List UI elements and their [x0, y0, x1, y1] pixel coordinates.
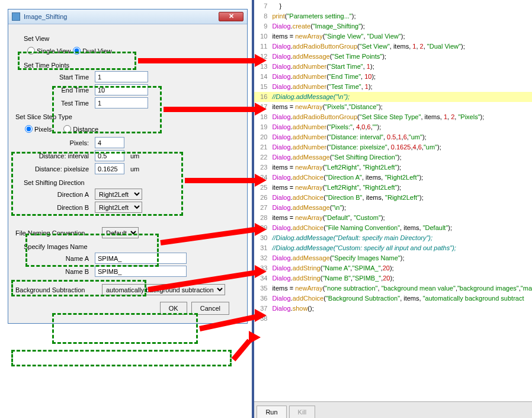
close-button[interactable]: ✕ [219, 12, 243, 21]
code-line-29[interactable]: 29Dialog.addChoice("File Naming Conventi… [254, 223, 532, 233]
direction-b-label: Direction B [20, 204, 91, 211]
line-number: 36 [254, 293, 272, 304]
code-line-26[interactable]: 26Dialog.addChoice("Direction B", items,… [254, 193, 532, 203]
code-line-9[interactable]: 9Dialog.create("Image_Shifting"); [254, 21, 532, 31]
code-editor[interactable]: 7 }8print("Parameters setting...");9Dial… [254, 0, 532, 401]
name-a-input[interactable] [95, 253, 187, 264]
code-line-20[interactable]: 20Dialog.addNumber("Distance: interval",… [254, 132, 532, 142]
code-line-13[interactable]: 13Dialog.addNumber("Start Time", 1); [254, 62, 532, 72]
code-line-8[interactable]: 8print("Parameters setting..."); [254, 11, 532, 21]
single-view-radio[interactable]: Single View [27, 47, 70, 55]
run-tab[interactable]: Run [257, 406, 286, 418]
line-number: 14 [254, 72, 272, 82]
code-line-15[interactable]: 15Dialog.addNumber("Test Time", 1); [254, 82, 532, 92]
distance-interval-label: Distance: interval [20, 152, 91, 159]
highlight-bg-sub [11, 350, 232, 366]
code-line-11[interactable]: 11Dialog.addRadioButtonGroup("Set View",… [254, 42, 532, 52]
code-line-22[interactable]: 22Dialog.addMessage("Set Shifting Direct… [254, 152, 532, 162]
line-number: 31 [254, 243, 272, 253]
slice-step-label: Set Slice Step Type [15, 113, 235, 120]
line-number: 10 [254, 31, 272, 42]
line-number: 22 [254, 152, 272, 162]
code-line-37[interactable]: 37Dialog.show(); [254, 304, 532, 314]
kill-tab[interactable]: Kill [289, 406, 316, 418]
code-line-23[interactable]: 23items = newArray("Left2Right", "Right2… [254, 162, 532, 173]
line-number: 27 [254, 203, 272, 213]
line-number: 21 [254, 142, 272, 152]
code-line-10[interactable]: 10items = newArray("Single View", "Dual … [254, 31, 532, 42]
code-line-14[interactable]: 14Dialog.addNumber("End Time", 10); [254, 72, 532, 82]
distance-interval-input[interactable] [95, 150, 124, 161]
line-number: 26 [254, 193, 272, 203]
code-line-28[interactable]: 28items = newArray("Default", "Custom"); [254, 213, 532, 223]
code-line-7[interactable]: 7 } [254, 1, 532, 11]
dual-view-radio[interactable]: Dual View [73, 47, 111, 55]
cancel-button[interactable]: Cancel [191, 302, 229, 315]
name-a-label: Name A [20, 255, 91, 262]
pixels-input[interactable] [95, 137, 124, 148]
line-number: 9 [254, 21, 272, 31]
line-number: 7 [254, 1, 272, 11]
name-b-label: Name B [20, 268, 91, 275]
test-time-input[interactable] [95, 97, 148, 109]
dialog-icon [12, 12, 20, 21]
line-number: 20 [254, 132, 272, 142]
line-number: 19 [254, 122, 272, 132]
distance-pixelsize-label: Distance: pixelsize [20, 165, 91, 173]
code-line-30[interactable]: 30//Dialog.addMessage("Default: specify … [254, 233, 532, 243]
distance-pixelsize-input[interactable] [95, 163, 124, 174]
pixels-radio[interactable]: Pixels [25, 125, 52, 133]
code-line-17[interactable]: 17items = newArray("Pixels","Distance"); [254, 102, 532, 112]
code-line-12[interactable]: 12Dialog.addMessage("Set Time Points"); [254, 52, 532, 62]
dialog-titlebar[interactable]: Image_Shifting ✕ [8, 9, 247, 24]
start-time-input[interactable] [95, 71, 148, 82]
ok-button[interactable]: OK [160, 302, 187, 315]
bottom-bar: Run Kill [254, 401, 532, 418]
line-number: 28 [254, 213, 272, 223]
line-number: 35 [254, 283, 272, 293]
line-number: 11 [254, 42, 272, 52]
dialog-title: Image_Shifting [24, 13, 219, 20]
file-naming-select[interactable]: Default [102, 227, 139, 238]
slice-step-group: Pixels Distance [20, 123, 235, 135]
direction-a-label: Direction A [20, 191, 91, 198]
line-number: 16 [254, 92, 272, 102]
bg-sub-label: Background Subtraction [15, 286, 98, 293]
code-line-27[interactable]: 27Dialog.addMessage("\n"); [254, 203, 532, 213]
end-time-input[interactable] [95, 84, 148, 95]
distance-radio[interactable]: Distance [63, 125, 98, 133]
code-line-21[interactable]: 21Dialog.addNumber("Distance: pixelsize"… [254, 142, 532, 152]
code-line-18[interactable]: 18Dialog.addRadioButtonGroup("Set Slice … [254, 112, 532, 122]
test-time-label: Test Time [20, 100, 91, 107]
line-number: 23 [254, 162, 272, 173]
name-b-input[interactable] [95, 266, 187, 277]
line-number: 8 [254, 11, 272, 21]
code-line-35[interactable]: 35items = newArray("none subtraction", "… [254, 283, 532, 293]
code-line-32[interactable]: 32Dialog.addMessage("Specify Images Name… [254, 253, 532, 263]
line-number: 32 [254, 253, 272, 263]
code-line-36[interactable]: 36Dialog.addChoice("Background Subtracti… [254, 293, 532, 304]
set-view-group: Single View Dual View [23, 44, 235, 57]
code-line-33[interactable]: 33Dialog.addString("Name A","SPIMA_",20)… [254, 263, 532, 273]
direction-b-select[interactable]: Right2Left [95, 202, 142, 213]
code-line-25[interactable]: 25items = newArray("Left2Right", "Right2… [254, 183, 532, 193]
code-line-19[interactable]: 19Dialog.addNumber("Pixels:", 4,0,6,""); [254, 122, 532, 132]
direction-a-select[interactable]: Right2Left [95, 189, 142, 200]
code-line-34[interactable]: 34Dialog.addString("Name B","SPIMB_",20)… [254, 273, 532, 283]
interval-unit: um [130, 152, 139, 159]
end-time-label: End Time [20, 87, 91, 94]
file-naming-label: File Naming Convention [15, 229, 98, 237]
line-number: 15 [254, 82, 272, 92]
code-line-38[interactable]: 38 [254, 314, 532, 324]
set-view-label: Set View [24, 35, 235, 42]
code-line-31[interactable]: 31//Dialog.addMessage("Custom: specify a… [254, 243, 532, 253]
code-line-16[interactable]: 16//Dialog.addMessage("\n"); [254, 92, 532, 102]
code-line-24[interactable]: 24Dialog.addChoice("Direction A", items,… [254, 173, 532, 183]
images-name-label: Specify Images Name [24, 243, 235, 250]
pixels-field-label: Pixels: [20, 139, 91, 146]
pixelsize-unit: um [130, 165, 139, 173]
start-time-label: Start Time [20, 74, 91, 81]
